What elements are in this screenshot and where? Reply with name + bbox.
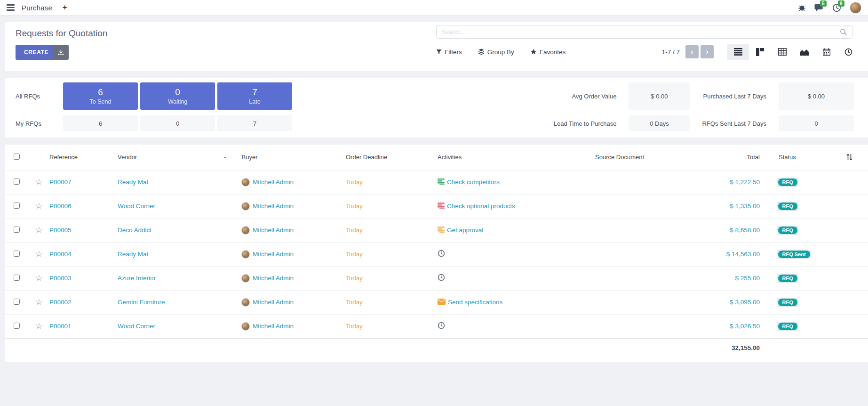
user-avatar[interactable]: [850, 2, 861, 14]
optional-columns-button[interactable]: [846, 154, 853, 161]
column-header-status[interactable]: Status: [764, 145, 830, 170]
group-by-button[interactable]: Group By: [478, 49, 514, 56]
pager-next-button[interactable]: ›: [701, 45, 714, 58]
row-end-spacer: [830, 242, 868, 266]
favorite-star-icon[interactable]: ☆: [35, 250, 42, 259]
column-header-total[interactable]: Total: [685, 145, 764, 170]
deadline-cell: Today: [346, 290, 438, 314]
kanban-view-button[interactable]: [749, 44, 771, 60]
calendar-view-button[interactable]: [815, 44, 837, 60]
pivot-view-button[interactable]: [771, 44, 793, 60]
table-row[interactable]: ☆P00001Wood CornerMitchell AdminToday$ 3…: [5, 314, 868, 338]
favorite-star-icon[interactable]: ☆: [35, 226, 42, 235]
my-tile-late[interactable]: 7: [217, 115, 292, 131]
pager: 1-7 / 7 ‹ ›: [662, 45, 714, 58]
activity-list-red-icon[interactable]: [438, 203, 445, 210]
favorite-star-icon[interactable]: ☆: [35, 202, 42, 211]
kpi-purchased-value[interactable]: $ 0.00: [779, 82, 854, 110]
kpi-avg-order-value[interactable]: $ 0.00: [629, 82, 690, 110]
row-checkbox-cell: [5, 290, 28, 314]
deadline-cell: Today: [346, 314, 438, 338]
apps-menu-icon[interactable]: [7, 4, 16, 11]
favorites-button[interactable]: Favorites: [530, 49, 566, 56]
deadline-cell: Today: [346, 218, 438, 242]
activity-label[interactable]: Send specifications: [448, 299, 502, 306]
row-checkbox[interactable]: [14, 179, 20, 185]
reference-link[interactable]: P00005: [49, 227, 72, 234]
favorite-star-icon[interactable]: ☆: [35, 178, 42, 187]
activity-list-yellow-icon[interactable]: [438, 227, 445, 234]
reference-link[interactable]: P00007: [49, 179, 72, 186]
kpi-lead-time-value[interactable]: 0 Days: [629, 115, 690, 131]
kpi-rfqs-sent-label: RFQs Sent Last 7 Days: [702, 120, 766, 127]
reference-link[interactable]: P00004: [49, 251, 72, 258]
search-icon[interactable]: [840, 28, 847, 36]
add-tab-button[interactable]: +: [63, 3, 67, 12]
buyer-cell-wrap: Mitchell Admin: [234, 170, 346, 194]
table-row[interactable]: ☆P00005Deco AddictMitchell AdminTodayGet…: [5, 218, 868, 242]
table-row[interactable]: ☆P00006Wood CornerMitchell AdminTodayChe…: [5, 194, 868, 218]
my-tile-waiting[interactable]: 0: [140, 115, 215, 131]
row-checkbox[interactable]: [14, 227, 20, 233]
activity-clock-icon[interactable]: [438, 274, 445, 283]
search-input[interactable]: [441, 28, 840, 35]
row-checkbox[interactable]: [14, 323, 20, 329]
favorite-star-icon[interactable]: ☆: [35, 274, 42, 283]
row-checkbox[interactable]: [14, 275, 20, 281]
reference-link[interactable]: P00003: [49, 275, 72, 282]
activity-label[interactable]: Check competitors: [447, 179, 500, 186]
tile-to-send[interactable]: 6 To Send: [63, 82, 138, 110]
activity-envelope-icon[interactable]: [438, 299, 446, 306]
activity-cell-wrap: Send specifications: [438, 290, 595, 314]
tile-late[interactable]: 7 Late: [217, 82, 292, 110]
create-button[interactable]: CREATE: [16, 45, 57, 60]
favorite-star-icon[interactable]: ☆: [35, 322, 42, 331]
status-badge: RFQ: [778, 179, 797, 186]
tile-waiting[interactable]: 0 Waiting: [140, 82, 215, 110]
activity-view-button[interactable]: [837, 44, 860, 60]
table-row[interactable]: ☆P00004Ready MatMitchell AdminToday$ 14,…: [5, 242, 868, 266]
status-cell: RFQ: [764, 290, 830, 314]
reference-link[interactable]: P00006: [49, 203, 72, 210]
favorite-star-icon[interactable]: ☆: [35, 298, 42, 307]
my-tile-to-send[interactable]: 6: [63, 115, 138, 131]
row-checkbox[interactable]: [14, 299, 20, 305]
export-button[interactable]: [53, 45, 69, 60]
column-header-reference[interactable]: Reference: [49, 145, 118, 170]
kpi-rfqs-sent-value[interactable]: 0: [779, 115, 854, 131]
select-all-checkbox[interactable]: [14, 154, 20, 160]
column-header-activities[interactable]: Activities: [438, 145, 595, 170]
row-checkbox[interactable]: [14, 251, 20, 257]
activity-clock-icon[interactable]: [438, 322, 445, 331]
row-star-cell: ☆: [28, 242, 49, 266]
status-cell: RFQ: [764, 314, 830, 338]
column-header-buyer[interactable]: Buyer: [234, 145, 346, 170]
reference-link[interactable]: P00002: [49, 299, 72, 306]
buyer-cell-wrap: Mitchell Admin: [234, 314, 346, 338]
activity-cell-wrap: [438, 242, 595, 266]
activity-clock-icon[interactable]: [438, 250, 445, 259]
activities-clock-icon[interactable]: 9: [832, 3, 841, 12]
reference-link[interactable]: P00001: [49, 323, 72, 330]
total-cell: $ 14,563.00: [685, 242, 764, 266]
column-header-vendor[interactable]: Vendor ⌄: [118, 145, 234, 170]
column-header-source[interactable]: Source Document: [595, 145, 685, 170]
list-view-button[interactable]: [727, 44, 749, 60]
table-row[interactable]: ☆P00002Gemini FurnitureMitchell AdminTod…: [5, 290, 868, 314]
total-cell: $ 8,658.00: [685, 218, 764, 242]
table-row[interactable]: ☆P00003Azure InteriorMitchell AdminToday…: [5, 266, 868, 290]
pager-prev-button[interactable]: ‹: [685, 45, 699, 58]
activity-label[interactable]: Check optional products: [447, 203, 515, 210]
messages-icon[interactable]: 5: [814, 3, 824, 12]
column-header-deadline[interactable]: Order Deadline: [346, 145, 438, 170]
app-name[interactable]: Purchase: [22, 4, 52, 12]
debug-bug-icon[interactable]: [798, 4, 806, 12]
row-checkbox[interactable]: [14, 203, 20, 209]
activity-label[interactable]: Get approval: [447, 227, 483, 234]
total-cell: $ 255.00: [685, 266, 764, 290]
total-sum: 32,155.00: [732, 344, 760, 351]
table-row[interactable]: ☆P00007Ready MatMitchell AdminTodayCheck…: [5, 170, 868, 194]
activity-list-green-icon[interactable]: [438, 179, 445, 186]
graph-view-button[interactable]: [793, 44, 815, 60]
filters-button[interactable]: Filters: [436, 49, 462, 56]
